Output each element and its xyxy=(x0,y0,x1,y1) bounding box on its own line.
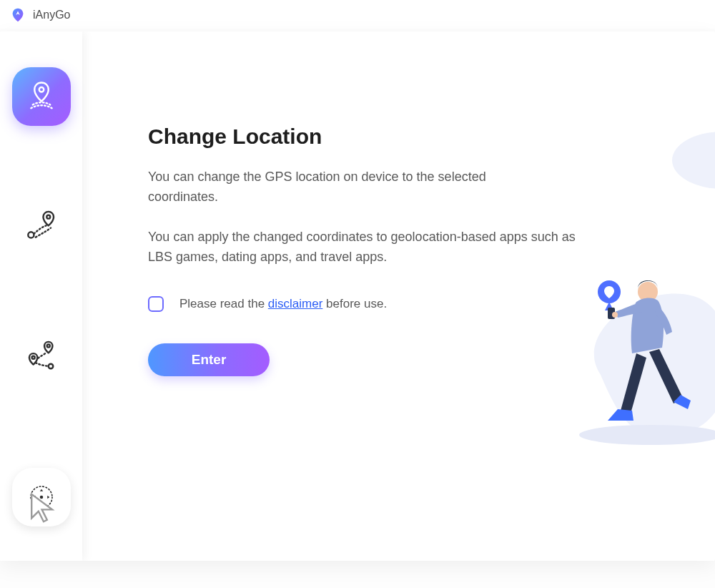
svg-point-0 xyxy=(39,87,44,92)
titlebar: iAnyGo xyxy=(0,0,715,29)
enter-button[interactable]: Enter xyxy=(148,343,270,376)
svg-point-3 xyxy=(46,345,49,348)
nav-change-location[interactable] xyxy=(12,67,71,126)
svg-point-9 xyxy=(579,425,715,445)
svg-point-5 xyxy=(48,364,53,369)
nav-multi-spot[interactable] xyxy=(12,328,71,386)
disclaimer-suffix: before use. xyxy=(322,297,387,310)
svg-point-7 xyxy=(39,496,43,499)
lead-text: You can change the GPS location on devic… xyxy=(148,167,548,207)
nav-joystick[interactable] xyxy=(12,468,71,526)
content-area: Change Location You can change the GPS l… xyxy=(82,31,715,561)
svg-point-2 xyxy=(28,232,34,237)
sidebar xyxy=(0,31,82,561)
disclaimer-prefix: Please read the xyxy=(179,297,268,310)
svg-point-4 xyxy=(31,356,34,359)
nav-single-spot[interactable] xyxy=(12,197,71,256)
sub-text: You can apply the changed coordinates to… xyxy=(148,227,577,268)
app-name: iAnyGo xyxy=(33,9,70,21)
svg-point-13 xyxy=(612,312,618,318)
disclaimer-link[interactable]: disclaimer xyxy=(268,297,323,310)
disclaimer-row: Please read the disclaimer before use. xyxy=(148,296,686,312)
svg-point-1 xyxy=(46,215,50,219)
disclaimer-checkbox[interactable] xyxy=(148,296,164,312)
disclaimer-text: Please read the disclaimer before use. xyxy=(179,297,387,311)
app-frame: Change Location You can change the GPS l… xyxy=(0,31,715,561)
page-title: Change Location xyxy=(148,124,686,149)
app-logo-icon xyxy=(10,7,26,23)
